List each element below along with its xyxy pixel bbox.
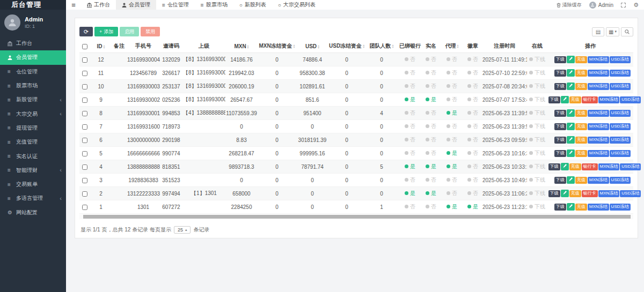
list-view-button[interactable]: ▤ (592, 27, 604, 36)
sidebar-item-9[interactable]: ≡实名认证 (0, 149, 66, 163)
mxn-freeze-button[interactable]: MXN冻结 (588, 110, 609, 117)
topnav-item-3[interactable]: ≡仓位管理 (156, 0, 195, 10)
recharge-button[interactable]: 充值 (575, 177, 587, 184)
edit-button[interactable] (567, 136, 575, 144)
edit-button[interactable] (567, 69, 575, 77)
refresh-button[interactable]: ⟳ (79, 27, 93, 36)
mxn-freeze-button[interactable]: MXN冻结 (588, 70, 609, 77)
edit-button[interactable] (567, 109, 575, 117)
edit-button[interactable] (561, 163, 569, 171)
sidebar-item-3[interactable]: ≡仓位管理 (0, 65, 66, 79)
recharge-button[interactable]: 充值 (569, 163, 581, 171)
row-checkbox[interactable] (82, 164, 87, 170)
recharge-button[interactable]: 充值 (575, 56, 587, 64)
row-checkbox[interactable] (82, 124, 87, 130)
sidebar-item-13[interactable]: ⚙网站配置 (0, 206, 66, 220)
column-header-13[interactable]: 代理▴▾ (440, 40, 464, 53)
column-header-1[interactable]: ID▴▾ (90, 40, 112, 53)
sort-icon[interactable]: ▴▾ (247, 44, 249, 49)
sidebar-item-7[interactable]: ≡提现管理 (0, 121, 66, 135)
sub-account-button[interactable]: 下级 (548, 96, 560, 104)
recharge-button[interactable]: 充值 (575, 70, 587, 77)
sub-account-button[interactable]: 下级 (554, 110, 566, 117)
edit-button[interactable] (567, 176, 575, 184)
topnav-item-6[interactable]: ○大宗交易列表 (272, 0, 321, 10)
sidebar-item-5[interactable]: ≡新股管理‹ (0, 93, 66, 107)
recharge-button[interactable]: 充值 (575, 83, 587, 91)
usd-freeze-button[interactable]: USD冻结 (620, 96, 641, 104)
edit-button[interactable] (567, 83, 575, 91)
usd-freeze-button[interactable]: USD冻结 (610, 150, 631, 158)
usd-freeze-button[interactable]: USD冻结 (610, 177, 631, 184)
sidebar-item-4[interactable]: ≡股票市场 (0, 79, 66, 93)
sub-account-button[interactable]: 下级 (554, 83, 566, 91)
row-checkbox[interactable] (82, 98, 87, 103)
scrollbar-thumb[interactable] (83, 215, 631, 219)
topnav-item-2[interactable]: 会员管理 (116, 0, 156, 10)
edit-button[interactable] (561, 190, 569, 198)
sidebar-item-10[interactable]: ≡智能理财‹ (0, 163, 66, 177)
usd-freeze-button[interactable]: USD冻结 (620, 190, 641, 198)
row-checkbox[interactable] (82, 84, 87, 89)
enable-button[interactable]: 启用 (120, 27, 139, 36)
horizontal-scrollbar[interactable] (79, 214, 633, 219)
row-checkbox[interactable] (82, 111, 87, 116)
sort-icon[interactable]: ▴▾ (103, 44, 105, 49)
edit-button[interactable] (561, 96, 569, 104)
mxn-freeze-button[interactable]: MXN冻结 (588, 177, 609, 184)
sub-account-button[interactable]: 下级 (548, 163, 560, 171)
usd-freeze-button[interactable]: USD冻结 (610, 137, 631, 144)
row-checkbox[interactable] (82, 191, 87, 197)
hamburger-icon[interactable]: ≡ (66, 0, 81, 10)
row-checkbox[interactable] (82, 71, 87, 76)
sub-account-button[interactable]: 下级 (554, 123, 566, 131)
bankcard-button[interactable]: 银行卡 (582, 163, 598, 171)
sidebar-item-8[interactable]: ≡充值管理 (0, 135, 66, 149)
row-checkbox[interactable] (82, 138, 87, 143)
sub-account-button[interactable]: 下级 (554, 150, 566, 158)
topnav-item-4[interactable]: ≡股票市场 (195, 0, 233, 10)
mxn-freeze-button[interactable]: MXN冻结 (588, 150, 609, 158)
sidebar-item-6[interactable]: ≡大宗交易‹ (0, 107, 66, 121)
usd-freeze-button[interactable]: USD冻结 (610, 123, 631, 131)
sidebar-item-12[interactable]: ≡多语言管理‹ (0, 191, 66, 205)
recharge-button[interactable]: 充值 (569, 190, 581, 198)
sub-account-button[interactable]: 下级 (554, 137, 566, 144)
sub-account-button[interactable]: 下级 (554, 56, 566, 64)
usd-freeze-button[interactable]: USD冻结 (610, 56, 631, 64)
sidebar-profile[interactable]: Admin ID: 1 (0, 10, 66, 35)
usd-freeze-button[interactable]: USD冻结 (610, 110, 631, 117)
recharge-button[interactable]: 充值 (575, 150, 587, 158)
sub-account-button[interactable]: 下级 (548, 190, 560, 198)
sort-icon[interactable]: ▴▾ (392, 44, 393, 48)
sort-icon[interactable]: ▴▾ (457, 44, 458, 48)
grid-view-button[interactable]: ▦▾ (606, 27, 619, 36)
page-size-dropdown[interactable]: 25 ▴ (174, 226, 191, 234)
recharge-button[interactable]: 充值 (569, 96, 581, 104)
sidebar-item-2[interactable]: 会员管理 (0, 50, 66, 64)
topnav-item-5[interactable]: ○新股列表 (233, 0, 272, 10)
add-button[interactable]: +添加 (94, 27, 118, 36)
bankcard-button[interactable]: 银行卡 (582, 96, 598, 104)
mxn-freeze-button[interactable]: MXN冻结 (598, 163, 620, 171)
sub-account-button[interactable]: 下级 (554, 204, 566, 211)
disable-button[interactable]: 禁用 (141, 27, 160, 36)
mxn-freeze-button[interactable]: MXN冻结 (598, 96, 620, 104)
topnav-item-1[interactable]: 工作台 (81, 0, 116, 10)
edit-button[interactable] (567, 203, 575, 211)
edit-button[interactable] (567, 56, 575, 64)
recharge-button[interactable]: 充值 (575, 204, 587, 211)
row-checkbox[interactable] (82, 151, 87, 156)
edit-button[interactable] (567, 149, 575, 158)
sub-account-button[interactable]: 下级 (554, 70, 566, 77)
usd-freeze-button[interactable]: USD冻结 (610, 70, 631, 77)
mxn-freeze-button[interactable]: MXN冻结 (588, 83, 609, 91)
mxn-freeze-button[interactable]: MXN冻结 (598, 190, 620, 198)
clear-cache-button[interactable]: 清除缓存 (557, 2, 582, 9)
mxn-freeze-button[interactable]: MXN冻结 (588, 137, 609, 144)
recharge-button[interactable]: 充值 (575, 110, 587, 117)
column-header-8[interactable]: USD▴▾ (296, 40, 328, 53)
navbar-user-menu[interactable]: Admin (589, 2, 613, 9)
mxn-freeze-button[interactable]: MXN冻结 (588, 56, 609, 64)
sidebar-item-1[interactable]: 工作台 (0, 36, 66, 50)
